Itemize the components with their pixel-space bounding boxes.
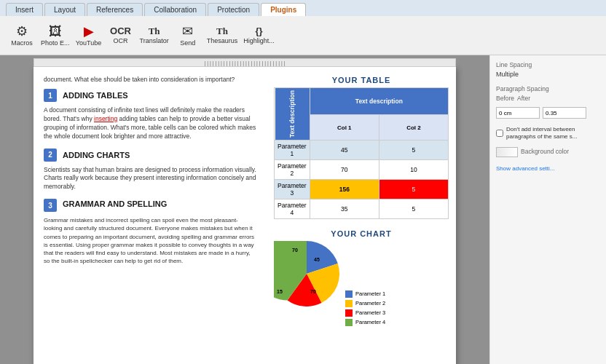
row-label: Text description <box>288 90 296 138</box>
tool-youtube-label: YouTube <box>76 39 101 47</box>
legend-label-4: Parameter 4 <box>355 319 385 325</box>
bg-color-row: Background color <box>496 147 600 157</box>
tab-bar: Insert Layout References Collaboration P… <box>0 0 606 16</box>
legend-color-2 <box>345 300 353 307</box>
tool-thesaurus[interactable]: Th Thesaurus <box>207 26 238 44</box>
legend-color-4 <box>345 319 353 326</box>
spacing-values-row <box>496 107 600 119</box>
tool-ocr[interactable]: OCR OCR <box>108 26 134 44</box>
section-3-body: Grammar mistakes and incorrect spelling … <box>44 216 256 265</box>
legend-label-1: Parameter 1 <box>355 290 385 297</box>
youtube-icon: ▶ <box>84 25 94 38</box>
section-1-body: A document consisting of infinite text l… <box>44 106 256 141</box>
legend-color-3 <box>345 309 353 317</box>
table-row: Parameter 4 35 5 <box>275 199 449 219</box>
before-label: Before <box>496 95 514 102</box>
advanced-link[interactable]: Show advanced setti... <box>496 165 555 172</box>
table-cell-highlight: 156 <box>310 180 379 199</box>
line-spacing-label: Line Spacing <box>496 61 600 68</box>
document-page: document. What else should be taken into… <box>34 67 456 364</box>
data-table: Text description Text description Col 1 … <box>274 87 449 219</box>
table-cell: 10 <box>379 160 448 180</box>
table-col2-header: Col 2 <box>379 115 448 141</box>
tab-protection[interactable]: Protection <box>208 3 259 16</box>
table-cell: 5 <box>379 141 448 160</box>
page-left-column: document. What else should be taken into… <box>34 67 267 364</box>
section-2-title: ADDING CHARTS <box>63 151 130 159</box>
macros-icon: ⚙ <box>16 25 28 38</box>
tool-ocr-label: OCR <box>114 37 128 44</box>
document-container[interactable]: | | | | | | | | | | | | | | | | | | | | … <box>0 55 489 364</box>
table-row: Parameter 1 45 5 <box>275 141 449 160</box>
color-preview[interactable] <box>496 147 518 157</box>
checkbox-section: Don't add interval between paragraphs of… <box>496 126 600 140</box>
bg-color-label: Background color <box>521 148 569 155</box>
paragraph-spacing-label: Paragraph Spacing <box>496 85 600 92</box>
legend-label-3: Parameter 3 <box>355 309 385 316</box>
tool-translator-label: Translator <box>140 37 169 44</box>
translator-icon: Th <box>149 26 160 36</box>
right-panel: Line Spacing Multiple Paragraph Spacing … <box>489 55 606 364</box>
table-cell: Parameter 1 <box>275 141 310 160</box>
legend-item-4: Parameter 4 <box>345 319 385 326</box>
legend-label-2: Parameter 2 <box>355 300 385 306</box>
pie-chart: 45 70 15 70 <box>274 241 339 364</box>
chart-labels: 45 70 15 70 <box>274 244 339 309</box>
tab-collaboration[interactable]: Collaboration <box>144 3 206 16</box>
table-section: YOUR TABLE Text description Text descrip… <box>274 76 449 219</box>
section-grammar: 3 GRAMMAR AND SPELLING Grammar mistakes … <box>44 199 256 265</box>
tool-translator[interactable]: Th Translator <box>140 26 169 44</box>
table-cell: Parameter 3 <box>275 180 310 199</box>
label-15: 15 <box>277 289 283 294</box>
intro-text-content: document. What else should be taken into… <box>44 76 235 83</box>
table-cell: 70 <box>310 160 379 180</box>
ocr-icon: OCR <box>110 26 131 36</box>
legend-color-1 <box>345 290 353 298</box>
tab-layout[interactable]: Layout <box>44 3 85 16</box>
tool-send[interactable]: ✉ Send <box>175 25 201 47</box>
line-spacing-section: Line Spacing Multiple <box>496 61 600 78</box>
chart-container: 45 70 15 70 Parameter 1 <box>274 241 449 364</box>
advanced-section: Show advanced setti... <box>496 165 600 172</box>
before-input[interactable] <box>496 107 540 119</box>
table-cell: 35 <box>310 199 379 219</box>
table-cell-red: 5 <box>379 180 448 199</box>
table-row: Parameter 3 156 5 <box>275 180 449 199</box>
checkbox-label: Don't add interval between paragraphs of… <box>506 126 600 140</box>
main-area: | | | | | | | | | | | | | | | | | | | | … <box>0 55 606 364</box>
after-input[interactable] <box>543 107 586 119</box>
legend-item-2: Parameter 2 <box>345 300 385 307</box>
section-1-header: 1 ADDING TABLES <box>44 89 256 102</box>
send-icon: ✉ <box>182 25 193 38</box>
tool-macros-label: Macros <box>11 39 33 47</box>
legend-item-3: Parameter 3 <box>345 309 385 317</box>
section-adding-charts: 2 ADDING CHARTS Scientists say that huma… <box>44 149 256 192</box>
tab-references[interactable]: References <box>87 3 143 16</box>
tool-macros[interactable]: ⚙ Macros <box>9 25 35 47</box>
paragraph-checkbox[interactable] <box>496 130 503 137</box>
table-cell: 45 <box>310 141 379 160</box>
table-title: YOUR TABLE <box>274 76 449 84</box>
page-right-column: YOUR TABLE Text description Text descrip… <box>267 67 456 364</box>
tab-insert[interactable]: Insert <box>6 3 43 16</box>
checkbox-row: Don't add interval between paragraphs of… <box>496 126 600 140</box>
tool-highlight[interactable]: {} Highlight... <box>243 26 275 44</box>
photo-icon: 🖼 <box>49 25 62 38</box>
chart-legend: Parameter 1 Parameter 2 Parameter 3 <box>345 290 385 326</box>
tool-send-label: Send <box>180 39 195 47</box>
tool-highlight-label: Highlight... <box>243 37 275 44</box>
highlight-icon: {} <box>255 26 262 36</box>
paragraph-spacing-section: Paragraph Spacing Before After <box>496 85 600 119</box>
tool-youtube[interactable]: ▶ YouTube <box>76 25 102 47</box>
tab-plugins[interactable]: Plugins <box>261 3 306 16</box>
section-2-number: 2 <box>44 149 57 162</box>
section-1-text: A document consisting of infinite text l… <box>44 106 256 140</box>
toolbar-icons: ⚙ Macros 🖼 Photo E... ▶ YouTube OCR OCR … <box>3 22 603 50</box>
tool-photo[interactable]: 🖼 Photo E... <box>41 25 70 47</box>
table-row: Parameter 2 70 10 <box>275 160 449 180</box>
table-row-header: Text description <box>275 88 310 141</box>
tool-photo-label: Photo E... <box>41 39 70 47</box>
section-3-title: GRAMMAR AND SPELLING <box>63 199 167 208</box>
ruler: | | | | | | | | | | | | | | | | | | | | … <box>34 58 456 67</box>
line-spacing-value: Multiple <box>496 71 600 78</box>
